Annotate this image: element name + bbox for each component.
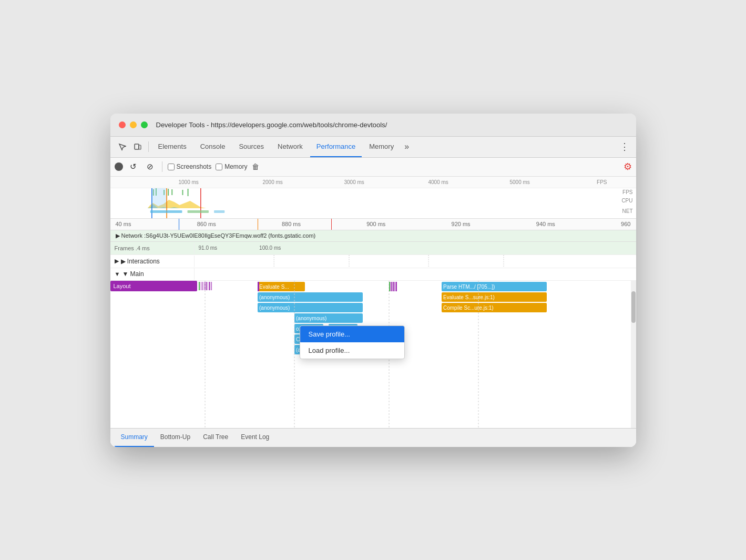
screenshots-checkbox-label[interactable]: Screenshots — [168, 163, 212, 170]
svg-text:Parse HTM.../ [705...]): Parse HTM.../ [705...]) — [443, 284, 495, 290]
svg-rect-26 — [206, 282, 207, 290]
interactions-label[interactable]: ▶ ▶ Interactions — [110, 256, 195, 267]
bottom-tabs: Summary Bottom-Up Call Tree Event Log — [110, 428, 636, 447]
mark-940ms: 940 ms — [536, 221, 555, 227]
ruler-mark-5000: 5000 ms — [510, 179, 530, 185]
layout-label: Layout — [114, 283, 131, 289]
svg-rect-61 — [389, 282, 390, 291]
mark-900ms: 900 ms — [366, 221, 385, 227]
svg-rect-0 — [135, 144, 139, 149]
tab-call-tree[interactable]: Call Tree — [197, 428, 234, 447]
tab-performance[interactable]: Performance — [310, 136, 362, 157]
svg-rect-23 — [201, 282, 201, 290]
ruler-mark-2000: 2000 ms — [263, 179, 283, 185]
clear-button[interactable]: ⊘ — [144, 160, 157, 173]
fps-right-label: FPS — [622, 189, 632, 195]
main-row[interactable]: ▼ ▼ Main — [110, 268, 636, 281]
tab-summary[interactable]: Summary — [115, 428, 154, 447]
maximize-button[interactable] — [141, 121, 148, 128]
minimize-button[interactable] — [130, 121, 137, 128]
frames-label: Frames .4 ms — [110, 243, 195, 253]
ruler-mark-4000: 4000 ms — [428, 179, 448, 185]
frames-row: Frames .4 ms 91.0 ms 100.0 ms — [110, 242, 636, 255]
settings-button[interactable]: ⚙ — [624, 161, 632, 172]
kebab-menu-button[interactable]: ⋮ — [617, 139, 632, 154]
context-menu: Save profile... Load profile... — [300, 325, 405, 359]
tab-event-log[interactable]: Event Log — [234, 428, 275, 447]
tab-network[interactable]: Network — [271, 136, 309, 157]
svg-rect-28 — [209, 282, 210, 290]
layout-block[interactable]: Layout — [110, 281, 197, 291]
mark-960ms: 960 — [621, 221, 630, 227]
svg-rect-64 — [393, 282, 394, 291]
svg-text:Evaluate S...sure.js:1): Evaluate S...sure.js:1) — [443, 294, 495, 300]
tab-console[interactable]: Console — [194, 136, 232, 157]
svg-text:Compile Sc...ure.js:1): Compile Sc...ure.js:1) — [443, 305, 494, 311]
load-profile-item[interactable]: Load profile... — [300, 342, 404, 359]
tab-sources[interactable]: Sources — [232, 136, 270, 157]
tab-memory[interactable]: Memory — [363, 136, 400, 157]
timeline-ruler-2: 40 ms 860 ms 880 ms 900 ms 920 ms 940 ms… — [110, 219, 636, 230]
svg-rect-25 — [204, 282, 205, 290]
close-button[interactable] — [119, 121, 126, 128]
tabs-bar: Elements Console Sources Network Perform… — [110, 137, 636, 158]
reload-button[interactable]: ↺ — [127, 160, 140, 173]
svg-rect-66 — [396, 282, 397, 291]
overview-tracks: FPS CPU NET — [110, 188, 636, 219]
device-toggle-icon[interactable] — [130, 139, 145, 154]
interactions-label-text: ▶ Interactions — [121, 258, 160, 265]
main-label-text: ▼ Main — [122, 270, 144, 278]
interactions-row[interactable]: ▶ ▶ Interactions — [110, 255, 636, 268]
save-profile-item[interactable]: Save profile... — [300, 326, 404, 342]
svg-rect-29 — [211, 282, 212, 290]
frames-val-2: 100.0 ms — [259, 245, 281, 251]
memory-label: Memory — [224, 163, 247, 170]
svg-rect-17 — [214, 210, 224, 213]
svg-rect-8 — [187, 189, 188, 196]
memory-checkbox-label[interactable]: Memory — [216, 163, 247, 170]
tab-bottom-up[interactable]: Bottom-Up — [154, 428, 197, 447]
net-right-label: NET — [622, 208, 633, 214]
trash-button[interactable]: 🗑 — [252, 162, 259, 171]
scrollbar[interactable] — [631, 281, 636, 428]
screenshots-checkbox[interactable] — [168, 164, 175, 170]
frames-val-1: 91.0 ms — [199, 245, 218, 251]
svg-rect-22 — [199, 282, 200, 290]
more-tabs-button[interactable]: » — [401, 142, 412, 151]
svg-rect-7 — [182, 190, 183, 195]
ruler2-marks: 40 ms 860 ms 880 ms 900 ms 920 ms 940 ms… — [116, 221, 631, 227]
interactions-content — [195, 255, 636, 268]
inspect-icon[interactable] — [115, 139, 129, 154]
save-profile-label: Save profile... — [309, 330, 351, 338]
interactions-svg — [195, 255, 636, 268]
title-bar: Developer Tools - https://developers.goo… — [110, 114, 636, 137]
record-button[interactable] — [115, 162, 123, 171]
frames-label-text: Frames .4 ms — [115, 245, 150, 251]
mark-880ms: 880 ms — [282, 221, 301, 227]
svg-rect-5 — [168, 189, 169, 196]
main-panel: 40 ms 860 ms 880 ms 900 ms 920 ms 940 ms… — [110, 219, 636, 447]
window-title: Developer Tools - https://developers.goo… — [156, 121, 387, 129]
main-triangle: ▼ — [115, 271, 120, 277]
devtools-body: Elements Console Sources Network Perform… — [110, 137, 636, 447]
flame-area: Layout Evaluate S... — [110, 281, 636, 428]
svg-rect-62 — [391, 282, 392, 291]
svg-text:(anonymous): (anonymous) — [259, 294, 290, 300]
svg-rect-16 — [187, 210, 208, 213]
timeline-overview: 1000 ms 2000 ms 3000 ms 4000 ms 5000 ms … — [110, 177, 636, 219]
main-label[interactable]: ▼ ▼ Main — [110, 268, 195, 280]
svg-rect-65 — [395, 282, 395, 291]
svg-rect-63 — [392, 282, 393, 291]
mark-920ms: 920 ms — [452, 221, 471, 227]
memory-checkbox[interactable] — [216, 164, 222, 170]
svg-rect-24 — [202, 282, 203, 290]
scrollbar-thumb[interactable] — [631, 291, 636, 323]
screenshots-label: Screenshots — [177, 163, 212, 170]
tab-divider-1 — [148, 141, 149, 152]
load-profile-label: Load profile... — [309, 347, 350, 354]
fps-label: FPS — [597, 179, 607, 185]
ruler-mark-1000: 1000 ms — [179, 179, 199, 185]
tab-elements[interactable]: Elements — [152, 136, 193, 157]
svg-rect-32 — [258, 282, 259, 291]
toolbar: ↺ ⊘ Screenshots Memory 🗑 ⚙ — [110, 158, 636, 177]
